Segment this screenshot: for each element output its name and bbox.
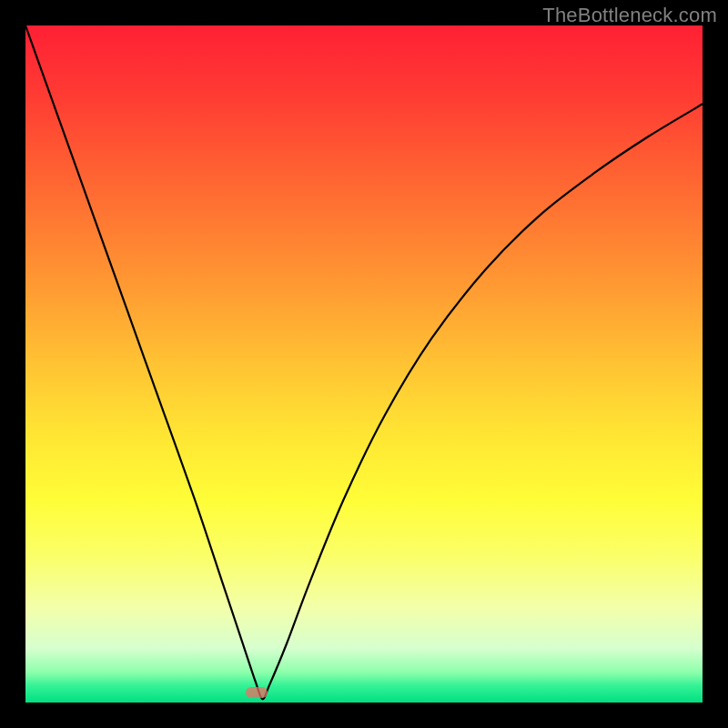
gradient-background bbox=[25, 25, 703, 703]
dip-marker bbox=[246, 687, 268, 698]
chart-frame: TheBottleneck.com bbox=[0, 0, 728, 728]
watermark-text: TheBottleneck.com bbox=[542, 4, 717, 27]
chart-svg bbox=[25, 25, 703, 703]
plot-area bbox=[25, 25, 703, 703]
